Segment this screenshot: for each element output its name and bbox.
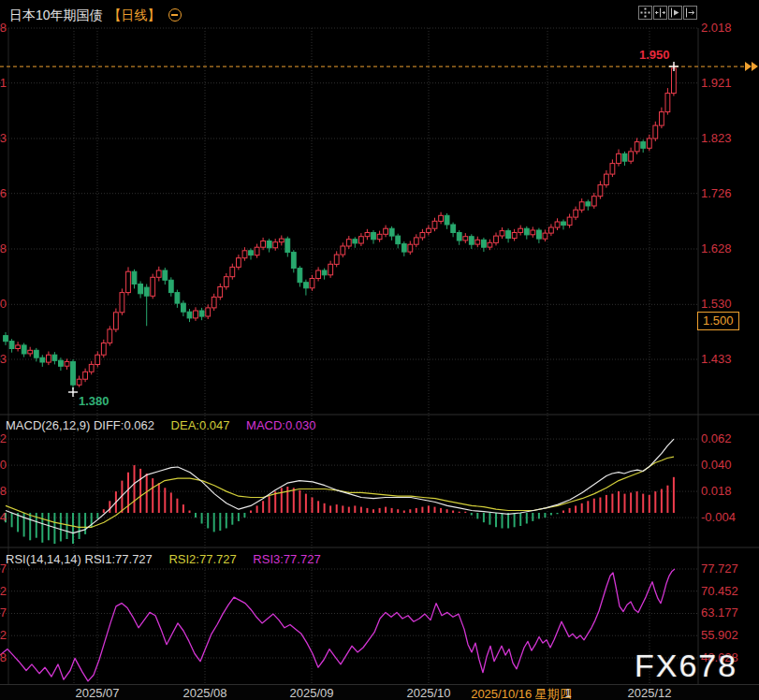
instrument-title: 日本10年期国债 bbox=[9, 7, 103, 22]
x-axis-scale-icon[interactable] bbox=[653, 6, 667, 20]
chart-canvas[interactable] bbox=[0, 0, 759, 700]
rsi-header: RSI(14,14,14) RSI1:77.727 RSI2:77.727 RS… bbox=[6, 552, 321, 566]
x-axis-label: 2025/10 bbox=[407, 686, 451, 700]
x-axis-label: 2025/07 bbox=[76, 686, 120, 700]
x-axis-label: 2025/09 bbox=[290, 686, 334, 700]
x-axis-label: 2025/08 bbox=[183, 686, 227, 700]
pan-tool-icon[interactable] bbox=[638, 6, 652, 20]
y-axis-scale-icon[interactable] bbox=[668, 6, 682, 20]
x-axis-label: 2025/12 bbox=[628, 686, 672, 700]
rsi1-value: RSI(14,14,14) RSI1:77.727 bbox=[6, 552, 153, 566]
chart-toolbar bbox=[638, 6, 698, 20]
macd-macd-value: MACD:0.030 bbox=[246, 418, 315, 432]
scroll-right-icon[interactable] bbox=[683, 6, 697, 20]
timeframe-label[interactable]: 【日线】 bbox=[108, 7, 160, 22]
minus-glyph bbox=[171, 14, 178, 16]
chart-window: 日本10年期国债 【日线】 MACD(26,12 bbox=[0, 0, 759, 700]
macd-header: MACD(26,12,9) DIFF:0.062 DEA:0.047 MACD:… bbox=[6, 418, 316, 432]
watermark: FX678 bbox=[635, 648, 737, 684]
chart-title-bar: 日本10年期国债 【日线】 bbox=[9, 7, 182, 24]
macd-diff-value: MACD(26,12,9) DIFF:0.062 bbox=[6, 418, 154, 432]
macd-dea-value: DEA:0.047 bbox=[171, 418, 230, 432]
rsi2-value: RSI2:77.727 bbox=[168, 552, 236, 566]
x-axis-label: 1 bbox=[564, 686, 571, 700]
x-axis-selected-date: 2025/10/16 星期四 bbox=[471, 686, 572, 700]
rsi3-value: RSI3:77.727 bbox=[253, 552, 320, 566]
collapse-icon[interactable] bbox=[168, 8, 182, 22]
x-axis-bar[interactable]: 2025/072025/082025/092025/102025/10/16 星… bbox=[0, 684, 759, 700]
